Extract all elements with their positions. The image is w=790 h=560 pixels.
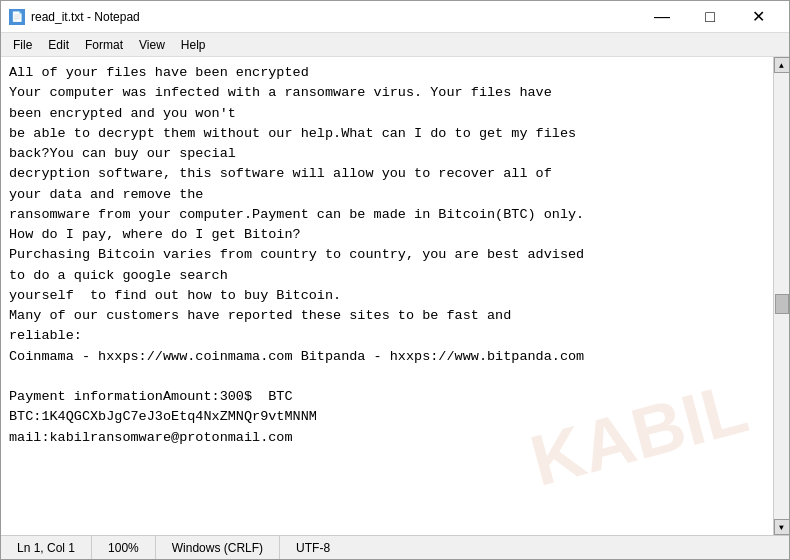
scrollbar-thumb[interactable] xyxy=(775,294,789,314)
menu-file[interactable]: File xyxy=(5,36,40,54)
minimize-button[interactable]: — xyxy=(639,2,685,32)
menu-edit[interactable]: Edit xyxy=(40,36,77,54)
line-ending: Windows (CRLF) xyxy=(156,536,280,559)
text-editor[interactable]: All of your files have been encrypted Yo… xyxy=(1,57,773,535)
app-icon: 📄 xyxy=(9,9,25,25)
menu-view[interactable]: View xyxy=(131,36,173,54)
window-controls: — □ ✕ xyxy=(639,2,781,32)
maximize-button[interactable]: □ xyxy=(687,2,733,32)
status-bar: Ln 1, Col 1 100% Windows (CRLF) UTF-8 xyxy=(1,535,789,559)
scrollbar[interactable]: ▲ ▼ xyxy=(773,57,789,535)
encoding: UTF-8 xyxy=(280,536,346,559)
close-button[interactable]: ✕ xyxy=(735,2,781,32)
cursor-position: Ln 1, Col 1 xyxy=(1,536,92,559)
menu-bar: File Edit Format View Help xyxy=(1,33,789,57)
menu-format[interactable]: Format xyxy=(77,36,131,54)
window-title: read_it.txt - Notepad xyxy=(31,10,639,24)
main-window: 📄 read_it.txt - Notepad — □ ✕ File Edit … xyxy=(0,0,790,560)
scroll-up-button[interactable]: ▲ xyxy=(774,57,790,73)
title-bar: 📄 read_it.txt - Notepad — □ ✕ xyxy=(1,1,789,33)
editor-area: All of your files have been encrypted Yo… xyxy=(1,57,789,535)
scroll-down-button[interactable]: ▼ xyxy=(774,519,790,535)
zoom-level: 100% xyxy=(92,536,156,559)
notepad-icon-glyph: 📄 xyxy=(11,11,23,23)
menu-help[interactable]: Help xyxy=(173,36,214,54)
